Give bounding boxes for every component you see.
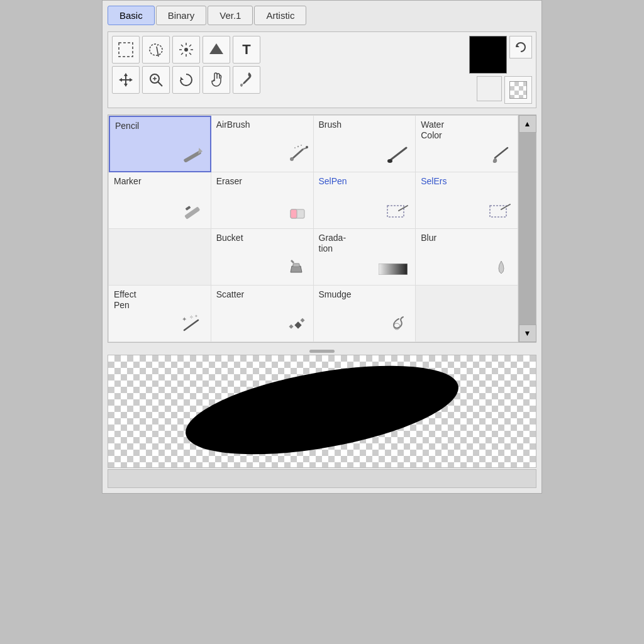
selers-icon	[487, 201, 513, 223]
scroll-track[interactable]	[519, 133, 536, 325]
eyedropper-icon	[238, 72, 255, 88]
brush-empty-2	[416, 286, 518, 342]
brush-blur-label: Blur	[421, 233, 513, 243]
svg-line-7	[189, 53, 191, 55]
eyedropper-tool[interactable]	[233, 66, 260, 94]
svg-line-21	[292, 149, 303, 159]
marquee-icon	[118, 42, 134, 58]
svg-line-38	[501, 204, 510, 209]
svg-point-10	[184, 48, 188, 52]
svg-point-26	[301, 145, 302, 146]
brush-selpen-label: SelPen	[319, 176, 411, 187]
foreground-color[interactable]	[469, 36, 507, 74]
svg-line-6	[181, 45, 183, 47]
brush-eraser-label: Eraser	[216, 176, 308, 187]
scroll-up-btn[interactable]: ▲	[519, 115, 536, 133]
move-tool[interactable]	[112, 66, 140, 94]
color-area	[469, 36, 532, 104]
brush-bucket[interactable]: Bucket	[211, 229, 314, 286]
marquee-tool[interactable]	[112, 36, 140, 64]
tab-bar: Basic Binary Ver.1 Artistic	[108, 6, 536, 25]
brush-preview	[108, 355, 536, 468]
selpen-icon	[385, 201, 410, 223]
brush-airbrush[interactable]: AirBrush	[211, 116, 314, 172]
resize-handle[interactable]	[108, 348, 536, 355]
svg-point-25	[297, 146, 298, 147]
svg-text:✦: ✦	[194, 314, 198, 318]
zoom-icon	[148, 72, 164, 88]
bottom-strip	[108, 469, 536, 488]
brush-pencil[interactable]: Pencil	[109, 116, 211, 172]
svg-rect-47	[300, 318, 304, 323]
svg-marker-16	[180, 77, 184, 80]
effectpen-icon: ✦ ✧ ✦	[180, 314, 206, 336]
brush-smudge[interactable]: Smudge	[314, 286, 416, 342]
brush-eraser[interactable]: Eraser	[211, 172, 314, 229]
brush-effectpen-label: EffectPen	[114, 289, 206, 311]
svg-line-9	[181, 53, 183, 55]
brush-scatter[interactable]: Scatter	[211, 286, 314, 342]
svg-marker-11	[209, 43, 223, 54]
blur-icon	[490, 257, 513, 280]
brush-brush[interactable]: Brush	[314, 116, 416, 172]
brush-blur[interactable]: Blur	[416, 229, 518, 286]
brush-gradation[interactable]: Grada-tion	[314, 229, 416, 286]
svg-line-28	[390, 148, 406, 160]
toolbar: T	[108, 31, 536, 108]
scroll-up-icon: ▲	[524, 119, 531, 128]
secondary-color-row	[477, 76, 532, 104]
shape-tool[interactable]	[203, 36, 230, 64]
scatter-icon	[286, 314, 308, 336]
tool-row-1: T	[112, 36, 260, 64]
svg-rect-35	[387, 206, 404, 217]
brush-grid: Pencil AirBrush	[108, 115, 518, 342]
scroll-down-btn[interactable]: ▼	[519, 325, 536, 342]
brush-marker[interactable]: Marker	[109, 172, 211, 229]
brush-grid-section: Pencil AirBrush	[108, 114, 536, 343]
brush-selers[interactable]: SelErs	[416, 172, 518, 229]
brush-empty-1	[109, 229, 211, 286]
svg-line-30	[495, 148, 508, 158]
transparency-btn[interactable]	[504, 76, 532, 104]
tool-rows: T	[112, 36, 260, 94]
brush-watercolor[interactable]: WaterColor	[416, 116, 518, 172]
tool-row-2	[112, 66, 260, 94]
brush-gradation-label: Grada-tion	[319, 233, 411, 254]
rotate-tool[interactable]	[172, 66, 200, 94]
brush-scrollbar: ▲ ▼	[518, 115, 536, 342]
brush-selers-label: SelErs	[421, 176, 513, 187]
tab-binary[interactable]: Binary	[156, 6, 207, 25]
tab-artistic[interactable]: Artistic	[254, 6, 306, 25]
svg-text:✧: ✧	[189, 314, 194, 320]
tab-ver1[interactable]: Ver.1	[208, 6, 253, 25]
scroll-down-icon: ▼	[524, 329, 531, 338]
hand-icon	[208, 72, 225, 88]
svg-rect-39	[293, 264, 299, 267]
brush-icon	[385, 144, 410, 167]
text-tool[interactable]: T	[233, 36, 260, 64]
magic-wand-icon	[178, 42, 194, 58]
brush-effectpen[interactable]: EffectPen ✦ ✧ ✦	[109, 286, 211, 342]
background-color[interactable]	[477, 76, 502, 101]
magic-wand-tool[interactable]	[172, 36, 200, 64]
brush-watercolor-label: WaterColor	[421, 119, 513, 141]
brush-marker-label: Marker	[114, 176, 206, 187]
lasso-icon	[148, 42, 164, 58]
eraser-icon	[286, 201, 308, 223]
svg-point-27	[294, 147, 296, 148]
brush-pencil-label: Pencil	[115, 121, 205, 131]
undo-button[interactable]	[509, 36, 532, 58]
brush-smudge-label: Smudge	[319, 289, 411, 300]
lasso-tool[interactable]	[142, 36, 170, 64]
smudge-icon	[387, 314, 410, 336]
tab-basic[interactable]: Basic	[108, 6, 155, 25]
svg-rect-46	[289, 325, 293, 329]
svg-point-22	[290, 157, 294, 161]
preview-brush-shape	[158, 363, 486, 460]
svg-point-29	[387, 159, 392, 163]
hand-tool[interactable]	[203, 66, 230, 94]
brush-selpen[interactable]: SelPen	[314, 172, 416, 229]
shape-icon	[208, 42, 225, 58]
zoom-tool[interactable]	[142, 66, 170, 94]
airbrush-icon	[286, 144, 308, 167]
